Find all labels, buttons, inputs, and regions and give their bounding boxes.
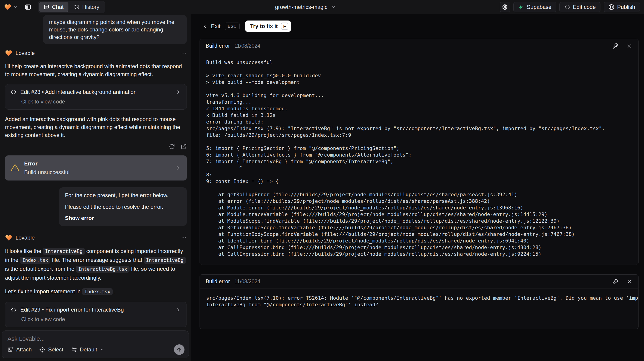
attach-label: Attach [16,347,32,353]
chat-input[interactable] [8,335,183,344]
chevron-down-icon [331,4,336,9]
history-icon [74,4,80,10]
edit-card-28[interactable]: Edit #28 • Add interactive background an… [5,84,187,110]
text-run: . [113,288,116,295]
build-error-panel-1: Build error 11/08/2024 Build was unsucce… [200,39,638,265]
esc-key-badge: ESC [224,22,240,30]
message-menu-button[interactable] [181,235,187,241]
topbar-actions: Supabase Edit code Publish [500,2,640,12]
message-square-icon [44,4,49,10]
assistant-paragraph: It looks like the InteractiveBg componen… [5,247,187,282]
chevron-right-icon [176,307,181,313]
project-switcher[interactable]: growth-metrics-magic [275,4,336,10]
panel-left-icon [25,4,32,10]
ellipsis-icon [181,50,187,56]
tab-chat[interactable]: Chat [39,2,68,12]
publish-button[interactable]: Publish [604,2,640,12]
project-name: growth-metrics-magic [275,4,327,10]
try-to-fix-label: Try to fix it [250,23,278,29]
edit-card-subtitle: Click to view code [21,316,181,323]
user-message-text: maybe diagramming points and when you mo… [49,19,174,40]
build-error-panel-2: Build error 11/08/2024 src/pages/Index.t… [200,274,638,329]
message-menu-button[interactable] [181,50,187,56]
retry-button[interactable] [169,144,175,149]
close-icon [626,279,632,285]
supabase-button[interactable]: Supabase [513,2,556,12]
show-error-link[interactable]: Show error [65,214,181,222]
warning-triangle-icon [11,164,19,172]
edit-card-title: Edit #29 • Fix import error for Interact… [20,307,124,313]
assistant-message-header: Lovable [5,49,187,57]
sliders-icon [71,347,77,353]
select-button[interactable]: Select [40,347,64,353]
assistant-paragraph: Added an interactive background with pin… [5,115,187,139]
assistant-name: Lovable [16,235,35,241]
assistant-message-header: Lovable [5,234,187,241]
error-view-header: Exit ESC Try to fix it F [202,20,638,32]
attach-button[interactable]: Attach [8,347,32,353]
inline-code: InteractiveBg [144,257,186,264]
globe-icon [608,4,614,10]
inline-code: InteractiveBg.tsx [76,266,130,273]
code-icon [564,4,570,10]
text-run: file. The error message suggests that [50,257,144,263]
open-preview-button[interactable] [181,144,187,149]
exit-label: Exit [211,23,220,30]
close-button[interactable] [626,43,632,49]
user-message-line: Please edit the code to resolve the erro… [65,203,181,211]
f-key-badge: F [281,22,288,30]
edit-card-title: Edit #28 • Add interactive background an… [20,89,136,95]
app-window: Chat History growth-metrics-magic Supaba [0,0,644,361]
external-link-icon [181,144,187,149]
select-label: Select [48,347,64,353]
inline-code: Index.tsx [82,288,113,295]
exit-button[interactable]: Exit [202,23,220,30]
code-icon [11,89,17,95]
chevron-left-icon [202,23,208,29]
build-error-log: src/pages/Index.tsx(7,10): error TS2614:… [200,289,638,329]
build-error-actions [612,279,632,285]
chevron-down-icon [13,5,18,9]
tab-history-label: History [82,4,100,10]
refresh-icon [169,144,175,149]
chat-history-segmented-control: Chat History [38,1,105,13]
error-card[interactable]: Error Build unsuccessful [5,155,187,180]
inline-code: InteractiveBg [43,248,84,255]
supabase-label: Supabase [527,4,552,10]
edit-code-button[interactable]: Edit code [560,2,600,12]
sidebar-toggle-button[interactable] [25,4,32,10]
gear-icon [502,4,508,10]
chevron-right-icon [176,89,181,95]
wrench-icon [612,43,618,49]
tab-chat-label: Chat [52,4,64,10]
lovable-logo-menu[interactable] [4,3,18,11]
close-button[interactable] [626,279,632,285]
error-card-title: Error [24,160,70,167]
fix-error-button[interactable] [612,43,618,49]
wrench-icon [612,279,618,285]
arrow-up-icon [176,347,182,353]
user-message-line: For the code present, I get the error be… [65,191,181,199]
try-to-fix-button[interactable]: Try to fix it F [245,20,291,32]
tab-history[interactable]: History [69,2,104,12]
send-button[interactable] [174,344,184,355]
code-icon [11,307,17,313]
lovable-avatar [5,49,12,57]
build-error-header: Build error 11/08/2024 [200,39,638,53]
text-run: It looks like the [5,248,43,254]
supabase-icon [518,4,524,10]
lovable-heart-icon [4,3,12,11]
topbar: Chat History growth-metrics-magic Supaba [0,0,644,14]
composer-toolbar: Attach Select Default [8,344,184,355]
fix-error-button[interactable] [612,279,618,285]
mode-label: Default [80,347,97,353]
mode-selector[interactable]: Default [71,347,104,353]
error-view-panel: Exit ESC Try to fix it F Build error 11/… [191,14,644,361]
chat-composer: Attach Select Default [2,331,189,358]
edit-code-label: Edit code [573,4,596,10]
edit-card-29[interactable]: Edit #29 • Fix import error for Interact… [5,302,187,327]
assistant-paragraph: I'll help create an interactive backgrou… [5,62,187,78]
close-icon [626,43,632,49]
settings-button[interactable] [500,2,510,12]
target-icon [40,347,46,353]
